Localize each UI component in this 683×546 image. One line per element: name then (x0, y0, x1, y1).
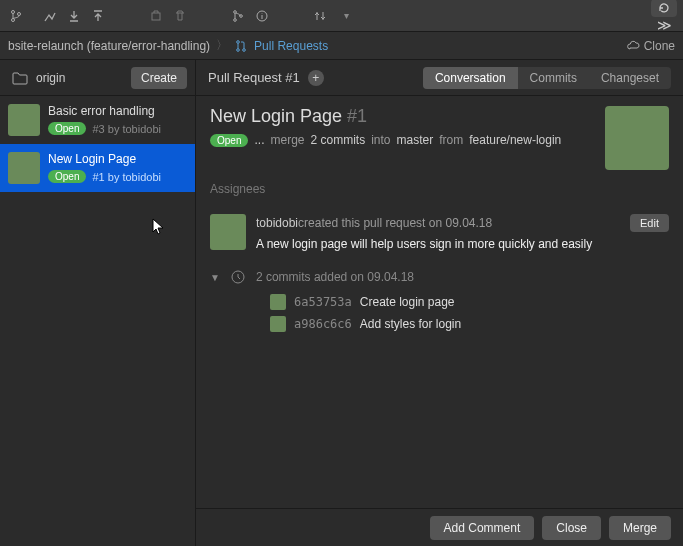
pr-header-title: Pull Request #1 (208, 70, 300, 85)
close-button[interactable]: Close (542, 516, 601, 540)
svg-point-5 (234, 18, 237, 21)
svg-point-1 (12, 18, 15, 21)
compare-icon[interactable] (310, 7, 330, 25)
tab-conversation[interactable]: Conversation (423, 67, 518, 89)
refresh-icon[interactable] (651, 0, 677, 17)
chevron-right-icon: 〉 (216, 37, 228, 54)
pull-request-icon (234, 39, 248, 53)
event-description: A new login page will help users sign in… (256, 237, 669, 251)
tab-commits[interactable]: Commits (518, 67, 589, 89)
svg-point-9 (237, 48, 240, 51)
svg-point-4 (234, 10, 237, 13)
tab-row: Conversation Commits Changeset (423, 67, 671, 89)
avatar (270, 316, 286, 332)
overflow-icon[interactable]: ≫ (657, 17, 672, 33)
pr-title: New Login Page #1 (210, 106, 593, 127)
event-text: created this pull request on 09.04.18 (298, 216, 492, 230)
avatar (270, 294, 286, 310)
commits-header-text: 2 commits added on 09.04.18 (256, 270, 414, 284)
add-icon[interactable]: + (308, 70, 324, 86)
open-badge: Open (48, 122, 86, 135)
event-user: tobidobi (256, 216, 298, 230)
top-toolbar: ▾ ≫ (0, 0, 683, 32)
pr-item-title: Basic error handling (48, 104, 161, 118)
commit-row[interactable]: a986c6c6 Add styles for login (210, 313, 669, 335)
info-icon[interactable] (252, 7, 272, 25)
pr-item-sub: #3 by tobidobi (92, 123, 161, 135)
merge-line: Open ... merge 2 commits into master fro… (210, 133, 593, 147)
remote-name[interactable]: origin (36, 71, 123, 85)
clone-button[interactable]: Clone (626, 39, 675, 53)
svg-point-8 (237, 40, 240, 43)
merge-button[interactable]: Merge (609, 516, 671, 540)
svg-point-0 (12, 10, 15, 13)
sidebar: origin Create Basic error handling Open … (0, 60, 196, 546)
footer: Add Comment Close Merge (196, 508, 683, 546)
breadcrumb: bsite-relaunch (feature/error-handling) … (0, 32, 683, 60)
svg-rect-3 (152, 13, 160, 20)
chart-icon[interactable] (40, 7, 60, 25)
chevron-down-icon[interactable]: ▾ (344, 10, 349, 21)
commit-message: Add styles for login (360, 317, 461, 331)
event-row: tobidobi created this pull request on 09… (196, 206, 683, 263)
merge-icon[interactable] (228, 7, 248, 25)
open-badge: Open (210, 134, 248, 147)
pr-item-title: New Login Page (48, 152, 161, 166)
main-panel: Pull Request #1 + Conversation Commits C… (196, 60, 683, 546)
edit-button[interactable]: Edit (630, 214, 669, 232)
pull-down-icon[interactable] (64, 7, 84, 25)
commit-row[interactable]: 6a53753a Create login page (210, 291, 669, 313)
pr-list-item[interactable]: New Login Page Open #1 by tobidobi (0, 144, 195, 192)
commit-message: Create login page (360, 295, 455, 309)
assignees-label[interactable]: Assignees (196, 182, 683, 206)
push-up-icon[interactable] (88, 7, 108, 25)
clock-icon (230, 269, 246, 285)
open-badge: Open (48, 170, 86, 183)
pr-item-sub: #1 by tobidobi (92, 171, 161, 183)
commit-hash: 6a53753a (294, 295, 352, 309)
repo-name[interactable]: bsite-relaunch (feature/error-handling) (8, 39, 210, 53)
svg-point-10 (243, 48, 246, 51)
folder-icon (12, 71, 28, 85)
pr-list-item[interactable]: Basic error handling Open #3 by tobidobi (0, 96, 195, 144)
cloud-icon (626, 39, 640, 53)
avatar (8, 104, 40, 136)
avatar (605, 106, 669, 170)
disclosure-triangle-icon[interactable]: ▼ (210, 272, 220, 283)
avatar (210, 214, 246, 250)
trash-icon[interactable] (170, 7, 190, 25)
branch-icon[interactable] (6, 7, 26, 25)
commit-hash: a986c6c6 (294, 317, 352, 331)
svg-point-2 (18, 12, 21, 15)
avatar (8, 152, 40, 184)
tab-changeset[interactable]: Changeset (589, 67, 671, 89)
stash-icon[interactable] (146, 7, 166, 25)
toolbar-right: ≫ (651, 0, 677, 33)
add-comment-button[interactable]: Add Comment (430, 516, 535, 540)
breadcrumb-section[interactable]: Pull Requests (254, 39, 328, 53)
create-button[interactable]: Create (131, 67, 187, 89)
